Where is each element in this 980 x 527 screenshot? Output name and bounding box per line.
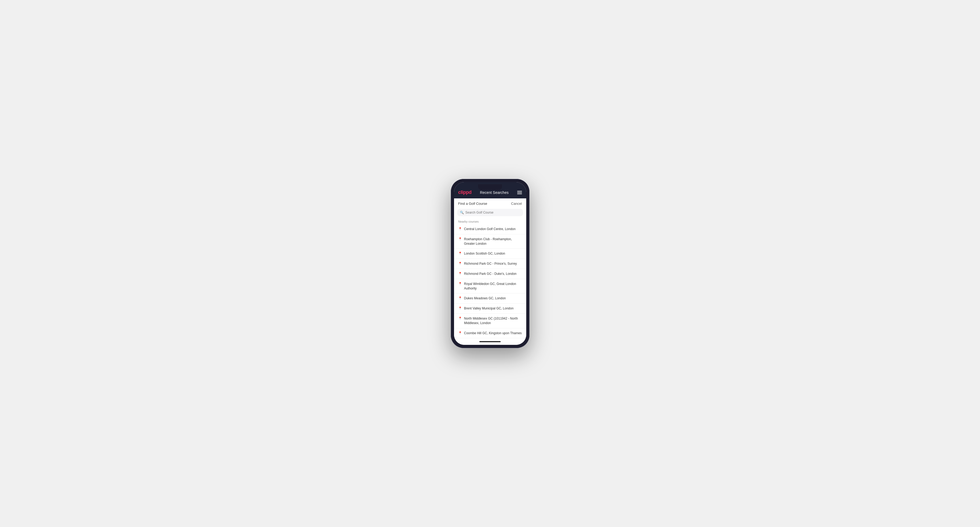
main-content: Find a Golf Course Cancel 🔍 Nearby cours…	[454, 198, 526, 338]
nav-title: Recent Searches	[480, 190, 508, 195]
list-item[interactable]: 📍Roehampton Club - Roehampton, Greater L…	[454, 234, 526, 249]
search-input[interactable]	[466, 211, 520, 214]
search-container: 🔍	[454, 208, 526, 218]
course-list: 📍Central London Golf Centre, London📍Roeh…	[454, 224, 526, 338]
list-item[interactable]: 📍Richmond Park GC - Prince's, Surrey	[454, 259, 526, 269]
location-pin-icon: 📍	[458, 252, 462, 255]
course-name: Brent Valley Municipal GC, London	[464, 306, 514, 311]
home-bar	[479, 341, 501, 342]
course-name: North Middlesex GC (1011942 - North Midd…	[464, 316, 522, 325]
cancel-button[interactable]: Cancel	[511, 202, 522, 206]
list-item[interactable]: 📍Dukes Meadows GC, London	[454, 294, 526, 303]
search-box: 🔍	[457, 209, 523, 216]
location-pin-icon: 📍	[458, 262, 462, 265]
course-name: Roehampton Club - Roehampton, Greater Lo…	[464, 237, 522, 246]
search-icon: 🔍	[460, 211, 464, 214]
location-pin-icon: 📍	[458, 317, 462, 320]
phone-device: clippd Recent Searches Find a Golf Cours…	[451, 179, 530, 348]
nearby-courses-label: Nearby courses	[454, 218, 526, 224]
location-pin-icon: 📍	[458, 272, 462, 275]
location-pin-icon: 📍	[458, 306, 462, 310]
course-name: London Scottish GC, London	[464, 251, 505, 256]
location-pin-icon: 📍	[458, 296, 462, 300]
course-name: Dukes Meadows GC, London	[464, 296, 506, 301]
list-item[interactable]: 📍Royal Wimbledon GC, Great London Author…	[454, 279, 526, 294]
location-pin-icon: 📍	[458, 237, 462, 241]
menu-icon[interactable]	[517, 191, 522, 194]
course-name: Richmond Park GC - Prince's, Surrey	[464, 262, 517, 266]
location-pin-icon: 📍	[458, 331, 462, 335]
list-item[interactable]: 📍North Middlesex GC (1011942 - North Mid…	[454, 314, 526, 329]
find-header: Find a Golf Course Cancel	[454, 198, 526, 208]
course-name: Richmond Park GC - Duke's, London	[464, 271, 517, 276]
list-item[interactable]: 📍London Scottish GC, London	[454, 249, 526, 259]
phone-screen: clippd Recent Searches Find a Golf Cours…	[454, 182, 526, 345]
list-item[interactable]: 📍Central London Golf Centre, London	[454, 224, 526, 234]
home-indicator	[454, 338, 526, 345]
location-pin-icon: 📍	[458, 227, 462, 231]
course-name: Coombe Hill GC, Kingston upon Thames	[464, 331, 522, 335]
list-item[interactable]: 📍Richmond Park GC - Duke's, London	[454, 269, 526, 279]
app-logo: clippd	[458, 190, 472, 195]
find-title: Find a Golf Course	[458, 202, 487, 206]
location-pin-icon: 📍	[458, 282, 462, 286]
list-item[interactable]: 📍Brent Valley Municipal GC, London	[454, 303, 526, 314]
course-name: Central London Golf Centre, London	[464, 227, 515, 232]
course-name: Royal Wimbledon GC, Great London Authori…	[464, 282, 522, 291]
phone-notch	[478, 184, 502, 190]
list-item[interactable]: 📍Coombe Hill GC, Kingston upon Thames	[454, 329, 526, 338]
